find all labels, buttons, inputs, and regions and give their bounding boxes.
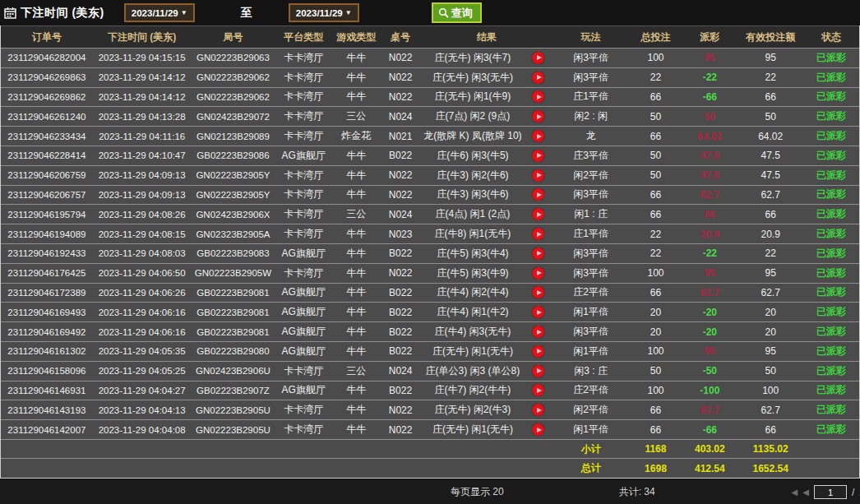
round-id-cell: GN02323B2905A	[192, 229, 275, 239]
replay-play-button[interactable]	[532, 423, 544, 436]
bet-time-cell: 2023-11-29 04:11:16	[93, 132, 192, 141]
result-cell: 庄(牛6) 闲3(牛5)	[421, 149, 525, 163]
total-bet-cell: 100	[630, 385, 682, 396]
round-id-cell: GB02223B29083	[192, 248, 275, 258]
replay-play-button[interactable]	[532, 228, 544, 240]
replay-play-button[interactable]	[532, 384, 544, 396]
payout-cell: -66	[682, 91, 737, 103]
replay-play-button[interactable]	[532, 286, 544, 298]
replay-play-button[interactable]	[532, 130, 544, 142]
replay-cell	[525, 150, 553, 162]
replay-cell	[525, 228, 553, 240]
date-to-picker[interactable]: 2023/11/29 ▼	[289, 3, 359, 22]
order-id-cell: 231129046269862	[1, 92, 93, 102]
date-from-picker[interactable]: 2023/11/29 ▼	[124, 3, 195, 22]
col-header-status: 状态	[803, 30, 859, 44]
replay-play-button[interactable]	[532, 247, 544, 260]
valid-bet-cell: 50	[737, 111, 803, 123]
platform-cell: 卡卡湾厅	[275, 187, 332, 201]
status-cell: 已派彩	[803, 207, 859, 221]
total-bet-cell: 66	[630, 209, 682, 220]
payout-cell: 20.9	[682, 229, 737, 240]
total-bet-cell: 100	[630, 52, 682, 63]
play-type-cell: 龙	[553, 129, 630, 143]
query-button[interactable]: 查询	[432, 2, 482, 23]
total-bet-cell: 66	[630, 287, 682, 298]
order-id-cell: 231129046172389	[1, 288, 93, 298]
total-total-bet: 1698	[630, 463, 682, 474]
payout-cell: -22	[682, 247, 737, 259]
valid-bet-cell: 20	[737, 307, 803, 318]
replay-play-button[interactable]	[532, 110, 544, 123]
play-icon	[537, 270, 542, 275]
col-header-valid-bet: 有效投注额	[737, 30, 803, 44]
order-id-cell: 231129046169492	[1, 327, 93, 337]
result-cell: 庄(牛5) 闲3(牛4)	[421, 247, 525, 261]
replay-play-button[interactable]	[532, 345, 544, 358]
replay-play-button[interactable]	[532, 267, 544, 280]
table-row: 231129046169493 2023-11-29 04:06:16 GB02…	[1, 302, 859, 321]
bet-time-cell: 2023-11-29 04:14:12	[93, 92, 192, 102]
play-icon	[537, 349, 542, 354]
bet-time-cell: 2023-11-29 04:10:47	[93, 150, 192, 160]
game-type-cell: 牛牛	[332, 266, 380, 280]
replay-play-button[interactable]	[532, 150, 544, 162]
replay-play-button[interactable]	[532, 52, 544, 64]
payout-cell: 95	[682, 52, 737, 63]
replay-play-button[interactable]	[532, 404, 544, 416]
payout-cell: 47.5	[682, 150, 737, 161]
search-icon	[438, 7, 449, 18]
prev-page-icon[interactable]: ◀	[802, 488, 809, 497]
result-cell: 庄(牛5) 闲3(牛9)	[421, 266, 525, 280]
subtotal-row: 小计 1168 403.02 1135.02	[1, 439, 859, 459]
total-bet-cell: 20	[630, 307, 682, 318]
replay-play-button[interactable]	[532, 365, 544, 377]
page-input[interactable]: 1	[814, 485, 847, 499]
col-header-platform: 平台类型	[275, 30, 332, 44]
platform-cell: 卡卡湾厅	[275, 51, 332, 65]
replay-play-button[interactable]	[532, 306, 544, 318]
replay-play-button[interactable]	[532, 208, 544, 220]
replay-play-button[interactable]	[532, 72, 544, 84]
total-bet-cell: 66	[630, 131, 682, 142]
order-id-cell: 231129046169493	[1, 307, 93, 317]
table-no-cell: B022	[380, 345, 421, 357]
valid-bet-cell: 66	[737, 91, 803, 103]
replay-play-button[interactable]	[532, 90, 544, 103]
replay-play-button[interactable]	[532, 188, 544, 201]
query-button-label: 查询	[451, 6, 473, 21]
replay-play-button[interactable]	[532, 326, 544, 338]
round-id-cell: GN02223B2905W	[192, 268, 275, 278]
play-type-cell: 闲1平倍	[553, 423, 630, 437]
status-cell: 已派彩	[803, 403, 859, 417]
order-id-cell: 231129046261240	[1, 112, 93, 122]
first-page-icon[interactable]: ◀	[792, 488, 798, 497]
game-type-cell: 牛牛	[332, 227, 380, 241]
order-id-cell: 231129046282004	[1, 53, 93, 62]
payout-cell: 95	[682, 267, 737, 279]
round-id-cell: GN02123B29089	[192, 132, 275, 141]
replay-cell	[525, 306, 553, 318]
page-separator: /	[852, 487, 854, 498]
table-row: 231129046161302 2023-11-29 04:05:35 GB02…	[1, 341, 859, 361]
table-no-cell: B022	[380, 247, 421, 259]
play-type-cell: 闲3平倍	[553, 325, 630, 339]
replay-cell	[525, 110, 553, 123]
table-row: 231129046172389 2023-11-29 04:06:26 GB02…	[1, 283, 859, 303]
table-no-cell: N021	[380, 131, 421, 142]
order-id-cell: 231129046161302	[1, 346, 93, 356]
valid-bet-cell: 62.7	[737, 405, 803, 416]
platform-cell: 卡卡湾厅	[275, 364, 332, 378]
status-cell: 已派彩	[803, 364, 859, 378]
bet-records-table: 订单号 下注时间 (美东) 局号 平台类型 游戏类型 桌号 结果 玩法 总投注 …	[0, 25, 860, 479]
status-cell: 已派彩	[803, 169, 859, 183]
total-bet-cell: 22	[630, 247, 682, 259]
play-icon	[537, 95, 542, 99]
col-header-total-bet: 总投注	[630, 30, 682, 44]
total-bet-cell: 66	[630, 405, 682, 416]
replay-cell	[525, 169, 553, 182]
status-cell: 已派彩	[803, 383, 859, 397]
replay-play-button[interactable]	[532, 169, 544, 182]
play-type-cell: 闲3平倍	[553, 51, 630, 65]
total-valid-bet: 1652.54	[737, 463, 803, 474]
